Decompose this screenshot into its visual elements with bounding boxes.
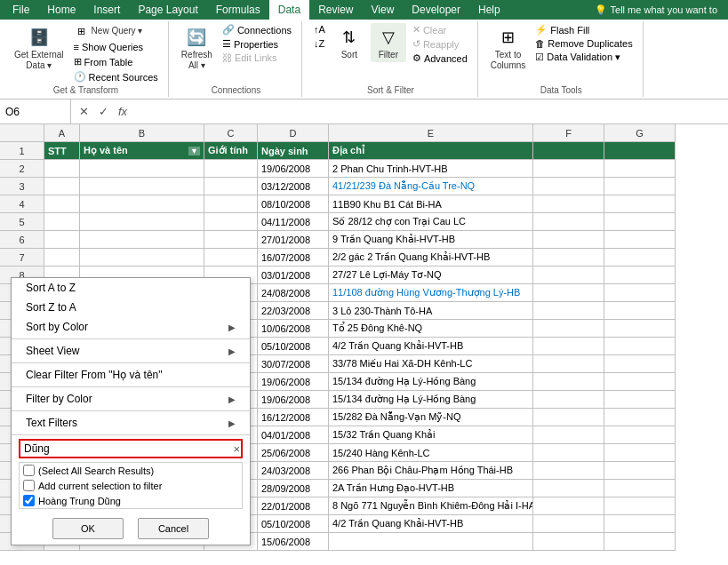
cell-d1[interactable]: Ngày sinh: [258, 142, 329, 160]
formula-confirm-button[interactable]: ✓: [94, 103, 112, 121]
cell-g[interactable]: [604, 426, 676, 444]
cell-f[interactable]: [533, 249, 604, 267]
cell-g1[interactable]: [604, 142, 676, 160]
check-item-select-all[interactable]: (Select All Search Results): [20, 463, 242, 478]
cell-e[interactable]: 3 Lô 230-Thành Tô-HA: [329, 302, 533, 320]
cell-g[interactable]: [604, 480, 676, 497]
cell-e[interactable]: 266 Phan Bội Châu-Phạm Hồng Thái-HB: [329, 462, 533, 480]
cell-e[interactable]: 2/2 gác 2 Trần Quang Khải-HVT-HB: [329, 249, 533, 267]
cell-g[interactable]: [604, 373, 676, 391]
cell-g[interactable]: [604, 391, 676, 409]
cell-b1[interactable]: Họ và tên ▼: [80, 142, 204, 160]
cell-f[interactable]: [533, 302, 604, 320]
cell-f[interactable]: [533, 444, 604, 462]
cell-a[interactable]: [44, 249, 80, 267]
cell-f[interactable]: [533, 178, 604, 195]
new-query-button[interactable]: ⊞ New Query ▾: [71, 23, 161, 39]
tab-view[interactable]: View: [363, 0, 404, 20]
filter-search-input[interactable]: [19, 439, 243, 458]
cell-f1[interactable]: [533, 142, 604, 160]
cell-d[interactable]: 05/10/2008: [258, 338, 329, 355]
cell-e1[interactable]: Địa chỉ: [329, 142, 533, 160]
cell-f[interactable]: [533, 515, 604, 533]
cell-c[interactable]: [204, 195, 258, 213]
get-external-data-button[interactable]: 🗄️ Get ExternalData ▾: [11, 23, 68, 73]
remove-duplicates-button[interactable]: 🗑 Remove Duplicates: [532, 37, 635, 50]
cell-g[interactable]: [604, 231, 676, 249]
tab-home[interactable]: Home: [38, 0, 84, 20]
col-header-c[interactable]: C: [204, 124, 258, 142]
cell-e[interactable]: Số 28/12 chợ con Trại Cau LC: [329, 213, 533, 231]
cell-f[interactable]: [533, 320, 604, 338]
sheet-view-item[interactable]: Sheet View ▶: [12, 341, 250, 361]
cell-f[interactable]: [533, 355, 604, 373]
cell-f[interactable]: [533, 284, 604, 302]
refresh-all-button[interactable]: 🔄 RefreshAll ▾: [178, 23, 216, 73]
cell-d[interactable]: 28/09/2008: [258, 480, 329, 497]
cell-b[interactable]: [80, 231, 204, 249]
cell-e[interactable]: 33/78 Miếu Hai Xã-DH Kênh-LC: [329, 355, 533, 373]
cell-d[interactable]: 10/06/2008: [258, 320, 329, 338]
cell-g[interactable]: [604, 533, 676, 551]
search-clear-button[interactable]: ×: [233, 442, 240, 456]
cell-c1[interactable]: Giới tính: [204, 142, 258, 160]
cell-g[interactable]: [604, 267, 676, 284]
cell-d[interactable]: 30/07/2008: [258, 355, 329, 373]
sort-az-button[interactable]: ↑A: [311, 23, 328, 36]
cell-e[interactable]: 11/108 đường Hùng Vương-Thượng Lý-HB: [329, 284, 533, 302]
cell-g[interactable]: [604, 515, 676, 533]
filter-button[interactable]: ▽ Filter: [371, 23, 406, 62]
check-hoang-trung-dung[interactable]: [23, 495, 35, 506]
reapply-button[interactable]: ↺ Reapply: [410, 37, 470, 51]
cell-f[interactable]: [533, 231, 604, 249]
formula-input[interactable]: [135, 99, 728, 123]
cell-f[interactable]: [533, 267, 604, 284]
recent-sources-button[interactable]: 🕐 Recent Sources: [71, 70, 161, 84]
cell-g[interactable]: [604, 355, 676, 373]
cell-d[interactable]: 16/07/2008: [258, 249, 329, 267]
show-queries-button[interactable]: ≡ Show Queries: [71, 41, 161, 53]
from-table-button[interactable]: ⊞ From Table: [71, 55, 161, 68]
tab-file[interactable]: File: [4, 0, 38, 20]
sort-button[interactable]: ⇅ Sort: [332, 23, 367, 62]
cell-d[interactable]: 15/06/2008: [258, 533, 329, 551]
sort-by-color-item[interactable]: Sort by Color ▶: [12, 317, 250, 337]
cell-d[interactable]: 25/06/2008: [258, 444, 329, 462]
cell-d[interactable]: 08/10/2008: [258, 195, 329, 213]
cell-g[interactable]: [604, 497, 676, 515]
cell-f[interactable]: [533, 533, 604, 551]
cell-g[interactable]: [604, 338, 676, 355]
col-header-e[interactable]: E: [329, 124, 533, 142]
check-add-current[interactable]: [23, 480, 35, 491]
cell-d[interactable]: 19/06/2008: [258, 373, 329, 391]
cell-g[interactable]: [604, 320, 676, 338]
cell-d[interactable]: 24/03/2008: [258, 462, 329, 480]
cell-a1[interactable]: STT: [44, 142, 80, 160]
cell-g[interactable]: [604, 213, 676, 231]
text-to-columns-button[interactable]: ⊞ Text toColumns: [487, 23, 529, 73]
clear-button[interactable]: ✕ Clear: [410, 23, 470, 36]
cell-b[interactable]: [80, 213, 204, 231]
cell-f[interactable]: [533, 462, 604, 480]
cell-d[interactable]: 16/12/2008: [258, 409, 329, 426]
cell-e[interactable]: 15/134 đường Hạ Lý-Hồng Bàng: [329, 373, 533, 391]
edit-links-button[interactable]: ⛓ Edit Links: [220, 52, 294, 64]
cell-d[interactable]: 19/06/2008: [258, 160, 329, 178]
text-filters-item[interactable]: Text Filters ▶: [12, 413, 250, 433]
cell-d[interactable]: 05/10/2008: [258, 515, 329, 533]
cell-g[interactable]: [604, 444, 676, 462]
sort-z-to-a-item[interactable]: Sort Z to A: [12, 298, 250, 317]
col-header-b[interactable]: B: [80, 124, 204, 142]
cell-c[interactable]: [204, 178, 258, 195]
cell-g[interactable]: [604, 462, 676, 480]
connections-button[interactable]: 🔗 Connections: [220, 23, 294, 36]
cell-g[interactable]: [604, 284, 676, 302]
cell-f[interactable]: [533, 160, 604, 178]
col-header-d[interactable]: D: [258, 124, 329, 142]
cell-a[interactable]: [44, 231, 80, 249]
cell-d[interactable]: 03/12/2008: [258, 178, 329, 195]
cell-b[interactable]: [80, 249, 204, 267]
formula-cancel-button[interactable]: ✕: [75, 103, 92, 121]
sort-a-to-z-item[interactable]: Sort A to Z: [12, 278, 250, 298]
cell-g[interactable]: [604, 409, 676, 426]
